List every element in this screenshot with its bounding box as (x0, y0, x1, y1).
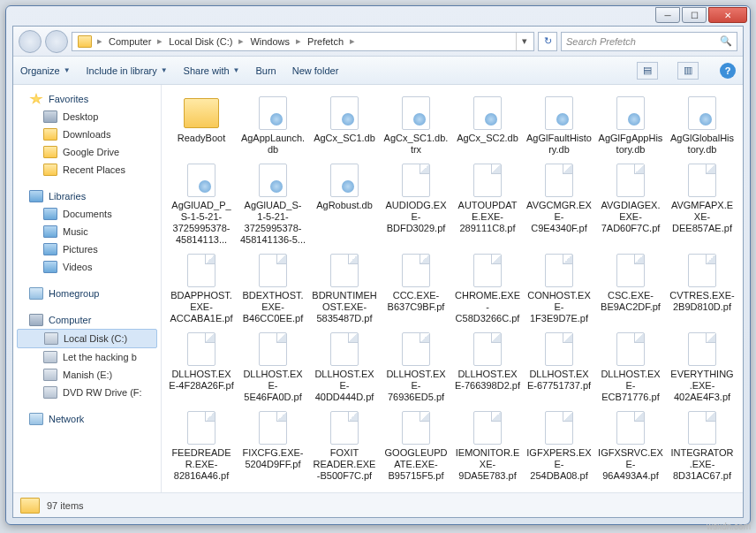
sidebar-item-documents[interactable]: Documents (13, 205, 161, 223)
chevron-icon[interactable]: ▸ (348, 35, 357, 47)
file-item[interactable]: AgGlFaultHistory.db (525, 94, 593, 157)
file-item[interactable]: DLLHOST.EXE-ECB71776.pf (596, 330, 665, 405)
file-item[interactable]: DLLHOST.EXE-40DD444D.pf (310, 330, 379, 405)
view-options-button[interactable]: ▤ (637, 62, 658, 80)
file-item[interactable]: DLLHOST.EXE-766398D2.pf (453, 330, 522, 405)
file-item[interactable]: AgAppLaunch.db (238, 94, 307, 157)
file-item[interactable]: CHROME.EXE-C58D3266C.pf (453, 251, 522, 326)
sidebar-item-music[interactable]: Music (13, 223, 161, 240)
folder-icon (20, 498, 40, 514)
file-name: AgCx_SC1.db.trx (383, 133, 449, 156)
file-list[interactable]: ReadyBootAgAppLaunch.dbAgCx_SC1.dbAgCx_S… (162, 85, 743, 492)
file-item[interactable]: AUDIODG.EXE-BDFD3029.pf (382, 161, 450, 247)
burn-button[interactable]: Burn (255, 65, 276, 76)
folder-icon (78, 35, 92, 48)
address-dropdown[interactable]: ▾ (516, 33, 532, 50)
sidebar-item-recent[interactable]: Recent Places (13, 161, 161, 179)
file-item[interactable]: AgRobust.db (310, 161, 379, 247)
forward-button[interactable] (45, 30, 68, 53)
file-item[interactable]: FEEDREADER.EXE-82816A46.pf (167, 408, 236, 484)
file-item[interactable]: GOOGLEUPDATE.EXE-B95715F5.pf (382, 408, 450, 484)
minimize-button[interactable]: ─ (655, 7, 680, 23)
file-item[interactable]: DLLHOST.EXE-76936ED5.pf (382, 330, 450, 405)
file-item[interactable]: CVTRES.EXE-2B9D810D.pf (668, 251, 737, 326)
chevron-icon[interactable]: ▸ (95, 35, 104, 47)
breadcrumb-seg[interactable]: Local Disk (C:) (164, 36, 237, 47)
chevron-icon[interactable]: ▸ (155, 35, 164, 47)
computer-header[interactable]: Computer (13, 311, 161, 329)
libraries-header[interactable]: Libraries (13, 187, 161, 205)
file-item[interactable]: AgGlGlobalHistory.db (668, 94, 737, 157)
refresh-button[interactable]: ↻ (538, 32, 557, 51)
file-item[interactable]: IEMONITOR.EXE-9DA5E783.pf (453, 408, 522, 484)
breadcrumb-seg[interactable]: Windows (246, 36, 294, 47)
settings-file-icon (325, 95, 364, 131)
file-item[interactable]: INTEGRATOR.EXE-8D31AC67.pf (668, 408, 737, 484)
file-item[interactable]: AUTOUPDATE.EXE-289111C8.pf (453, 161, 522, 247)
sidebar-item-pictures[interactable]: Pictures (13, 240, 161, 258)
file-item[interactable]: IGFXPERS.EXE-254DBA08.pf (525, 408, 593, 484)
breadcrumb-seg[interactable]: Prefetch (303, 36, 348, 47)
file-item[interactable]: CSC.EXE-BE9AC2DF.pf (596, 251, 665, 326)
share-with-button[interactable]: Share with▼ (184, 65, 240, 76)
chevron-icon[interactable]: ▸ (294, 35, 303, 47)
folder-icon (43, 128, 57, 141)
file-item[interactable]: AgGlUAD_P_S-1-5-21-3725995378-45814113..… (167, 161, 236, 247)
file-name: AUDIODG.EXE-BDFD3029.pf (383, 200, 449, 234)
file-item[interactable]: FOXIT READER.EXE-B500F7C.pf (310, 408, 379, 484)
file-name: DLLHOST.EXE-40DD444D.pf (312, 369, 377, 403)
preview-pane-button[interactable]: ▥ (677, 62, 699, 80)
titlebar: ─ ☐ ✕ (6, 6, 750, 26)
sidebar-item-local-disk-c[interactable]: Local Disk (C:) (17, 329, 157, 348)
file-item[interactable]: ReadyBoot (167, 94, 236, 157)
file-item[interactable]: BDRUNTIMEHOST.EXE-5835487D.pf (310, 251, 379, 326)
sidebar-item-disk[interactable]: Let the hacking b (13, 348, 161, 366)
breadcrumb-seg[interactable]: Computer (104, 36, 155, 47)
chevron-icon[interactable]: ▸ (237, 35, 246, 47)
file-item[interactable]: AgGlFgAppHistory.db (596, 94, 665, 157)
file-item[interactable]: AgCx_SC1.db (310, 94, 379, 157)
file-item[interactable]: DLLHOST.EXE-5E46FA0D.pf (238, 330, 307, 405)
file-name: DLLHOST.EXE-4F28A26F.pf (169, 369, 234, 392)
back-button[interactable] (19, 30, 42, 53)
sidebar-item-desktop[interactable]: Desktop (13, 108, 161, 126)
sidebar-item-manish-e[interactable]: Manish (E:) (13, 366, 161, 384)
breadcrumb[interactable]: ▸ Computer ▸ Local Disk (C:) ▸ Windows ▸… (72, 32, 534, 51)
file-item[interactable]: BDAPPHOST.EXE-ACCABA1E.pf (167, 251, 236, 326)
homegroup-header[interactable]: Homegroup (13, 285, 161, 302)
file-item[interactable]: AgCx_SC2.db (453, 94, 522, 157)
file-item[interactable]: AVGMFAPX.EXE-DEE857AE.pf (668, 161, 737, 247)
sidebar-item-videos[interactable]: Videos (13, 258, 161, 276)
organize-button[interactable]: Organize▼ (20, 65, 71, 76)
file-icon (683, 253, 722, 288)
file-item[interactable]: DLLHOST.EXE-67751737.pf (525, 330, 593, 405)
disk-icon (43, 369, 57, 381)
file-item[interactable]: FIXCFG.EXE-5204D9FF.pf (238, 408, 307, 484)
help-button[interactable]: ? (720, 63, 736, 79)
file-item[interactable]: EVERYTHING.EXE-402AE4F3.pf (668, 330, 737, 405)
file-item[interactable]: CONHOST.EXE-1F3E9D7E.pf (525, 251, 593, 326)
favorites-header[interactable]: Favorites (13, 90, 161, 108)
sidebar-item-dvd-rw[interactable]: DVD RW Drive (F: (13, 384, 161, 401)
file-item[interactable]: AVGDIAGEX.EXE-7AD60F7C.pf (596, 161, 665, 247)
network-header[interactable]: Network (13, 410, 161, 428)
sidebar-item-google-drive[interactable]: Google Drive (13, 143, 161, 161)
maximize-button[interactable]: ☐ (682, 7, 707, 23)
file-item[interactable]: BDEXTHOST.EXE-B46CC0EE.pf (238, 251, 307, 326)
search-input[interactable]: Search Prefetch 🔍 (561, 32, 737, 51)
file-item[interactable]: AVGCMGR.EXE-C9E4340F.pf (525, 161, 593, 247)
file-item[interactable]: CCC.EXE-B637C9BF.pf (382, 251, 450, 326)
sidebar-item-downloads[interactable]: Downloads (13, 126, 161, 143)
settings-file-icon (611, 95, 650, 131)
computer-icon (29, 314, 43, 326)
file-name: CONHOST.EXE-1F3E9D7E.pf (526, 290, 592, 324)
file-item[interactable]: IGFXSRVC.EXE-96A493A4.pf (596, 408, 665, 484)
close-button[interactable]: ✕ (708, 7, 747, 23)
file-icon (540, 163, 578, 198)
file-item[interactable]: AgGlUAD_S-1-5-21-3725995378-458141136-5.… (238, 161, 307, 247)
explorer-window: ─ ☐ ✕ ▸ Computer ▸ Local Disk (C:) ▸ Win… (5, 5, 751, 525)
file-item[interactable]: AgCx_SC1.db.trx (382, 94, 450, 157)
new-folder-button[interactable]: New folder (292, 65, 339, 76)
file-item[interactable]: DLLHOST.EXE-4F28A26F.pf (167, 330, 236, 405)
include-library-button[interactable]: Include in library▼ (87, 65, 168, 76)
